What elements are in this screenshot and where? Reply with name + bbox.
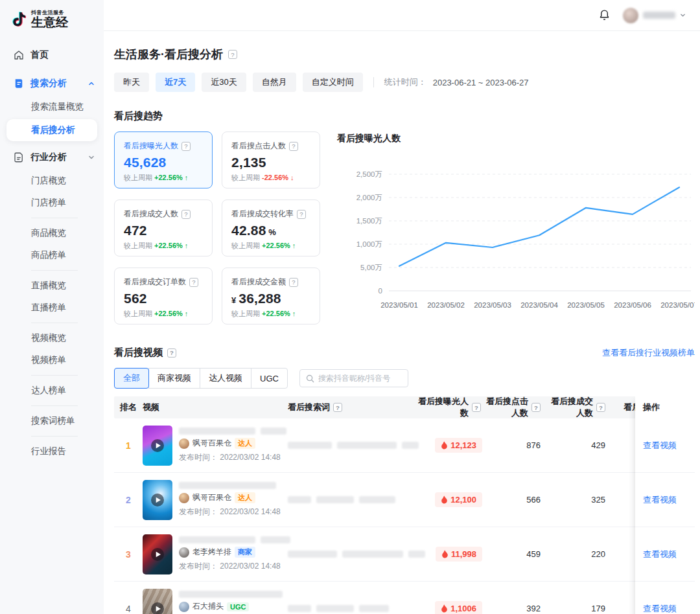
author-name: 飒哥百果仓	[192, 438, 231, 449]
sidebar-divider	[31, 405, 78, 406]
value-number: 42.88	[231, 223, 266, 238]
view-video-link[interactable]: 查看视频	[643, 549, 677, 560]
video-filter-商家视频[interactable]: 商家视频	[148, 368, 200, 389]
column-header-content: 看后搜点击人数?	[485, 396, 541, 419]
help-icon[interactable]: ?	[181, 210, 191, 219]
rank-cell: 4	[114, 603, 143, 614]
redacted-text	[316, 496, 354, 503]
user-menu[interactable]	[623, 8, 686, 23]
redacted-text	[179, 536, 255, 543]
help-icon[interactable]: ?	[167, 348, 176, 358]
search-box[interactable]	[299, 369, 408, 387]
help-icon[interactable]: ?	[289, 278, 298, 287]
column-header-1: 视频	[143, 402, 288, 413]
metric-card-value: 42.88 %	[231, 223, 310, 238]
date-tab-自然月[interactable]: 自然月	[253, 73, 296, 92]
video-thumbnail[interactable]	[143, 480, 172, 520]
column-header-content: 看后搜成交人数?	[550, 396, 605, 419]
sidebar-item-search-word-ranking[interactable]: 搜索词榜单	[0, 410, 104, 432]
video-thumbnail[interactable]	[143, 426, 172, 466]
view-video-link[interactable]: 查看视频	[643, 440, 677, 451]
help-icon[interactable]: ?	[228, 50, 237, 59]
video-filter-全部[interactable]: 全部	[114, 368, 149, 389]
flame-icon	[441, 604, 448, 613]
date-tab-近30天[interactable]: 近30天	[202, 73, 246, 92]
sidebar-nav: 首页搜索分析搜索流量概览看后搜分析行业分析门店概览门店榜单商品概览商品榜单直播概…	[0, 43, 104, 462]
exposure-value: 11,998	[451, 549, 476, 559]
sidebar-item-home[interactable]: 首页	[0, 43, 104, 67]
metric-card-2[interactable]: 看后搜点击人数?2,135较上周期 -22.56% ↓	[222, 131, 320, 188]
bell-icon[interactable]	[598, 8, 611, 22]
metric-card-3[interactable]: 看后搜成交人数?472较上周期 +22.56% ↑	[114, 199, 213, 256]
video-filter-达人视频[interactable]: 达人视频	[200, 368, 251, 389]
help-icon[interactable]: ?	[189, 278, 198, 287]
date-tab-近7天[interactable]: 近7天	[156, 73, 195, 92]
chevron-down-icon	[88, 154, 95, 161]
column-header-label: 视频	[143, 402, 159, 413]
change-value: +22.56% ↑	[154, 242, 188, 249]
redacted-text	[342, 551, 403, 558]
metric-card-value: ¥ 36,288	[231, 291, 310, 306]
metric-label-text: 看后搜点击人数	[231, 141, 286, 152]
video-thumbnail[interactable]	[143, 534, 172, 574]
page-title: 生活服务·看后搜分析	[114, 47, 223, 62]
date-tab-昨天[interactable]: 昨天	[114, 73, 149, 92]
sidebar-item-product-ranking[interactable]: 商品榜单	[0, 244, 104, 266]
redacted-text	[288, 496, 311, 503]
sidebar-item-store-ranking[interactable]: 门店榜单	[0, 192, 104, 214]
metric-card-change: 较上周期 +22.56% ↑	[124, 309, 203, 319]
help-icon[interactable]: ?	[181, 142, 191, 151]
help-icon[interactable]: ?	[472, 403, 481, 412]
sidebar-item-live-ranking[interactable]: 直播榜单	[0, 297, 104, 319]
home-icon	[13, 49, 25, 61]
metric-card-1[interactable]: 看后搜曝光人数?45,628较上周期 +22.56% ↑	[114, 131, 213, 188]
view-video-link[interactable]: 查看视频	[643, 603, 677, 614]
video-thumbnail[interactable]	[143, 589, 172, 614]
sidebar-item-search-analysis[interactable]: 搜索分析	[0, 71, 104, 96]
sidebar: 抖音生活服务 生意经 首页搜索分析搜索流量概览看后搜分析行业分析门店概览门店榜单…	[0, 0, 104, 614]
sidebar-item-talent-ranking[interactable]: 达人榜单	[0, 380, 104, 402]
date-tab-自定义时间[interactable]: 自定义时间	[303, 73, 363, 92]
rank-cell: 3	[114, 549, 143, 560]
view-video-link[interactable]: 查看视频	[643, 494, 677, 506]
exposure-pill: 11,998	[436, 547, 482, 562]
sidebar-item-video-overview[interactable]: 视频概览	[0, 327, 104, 349]
industry-video-ranking-link[interactable]: 查看看后搜行业视频榜单	[602, 347, 695, 359]
sidebar-item-video-ranking[interactable]: 视频榜单	[0, 349, 104, 371]
help-icon[interactable]: ?	[596, 403, 605, 412]
sidebar-item-post-view-search-analysis[interactable]: 看后搜分析	[6, 119, 97, 141]
compare-label: 较上周期	[124, 174, 154, 181]
rank-value: 1	[126, 440, 131, 451]
metric-card-change: 较上周期 +22.56% ↑	[231, 309, 310, 319]
change-value: +22.56% ↑	[262, 242, 296, 249]
metric-card-4[interactable]: 看后搜成交转化率?42.88 %较上周期 +22.56% ↑	[222, 199, 320, 256]
compare-label: 较上周期	[231, 242, 262, 249]
help-icon[interactable]: ?	[297, 210, 306, 219]
metric-card-6[interactable]: 看后搜成交金额?¥ 36,288较上周期 +22.56% ↑	[222, 267, 320, 324]
sidebar-item-store-overview[interactable]: 门店概览	[0, 170, 104, 192]
value-number: 472	[124, 223, 147, 238]
redacted-text	[288, 442, 332, 449]
clicks-cell: 876	[485, 440, 550, 450]
metric-card-5[interactable]: 看后搜成交订单数?562较上周期 +22.56% ↑	[114, 267, 213, 324]
video-filter-UGC[interactable]: UGC	[251, 368, 288, 389]
sidebar-item-live-overview[interactable]: 直播概览	[0, 275, 104, 297]
action-cell: 查看视频	[635, 527, 695, 582]
trend-chart: 看后搜曝光人数 05,00万1,000万1,500万2,000万2,500万20…	[337, 131, 695, 327]
help-icon[interactable]: ?	[333, 403, 342, 412]
author-badge: 达人	[235, 438, 255, 449]
rank-cell: 2	[114, 494, 143, 506]
exposure-cell: 12,123	[412, 438, 485, 453]
column-header-content: 看后搜索词?	[288, 402, 342, 413]
help-icon[interactable]: ?	[531, 403, 541, 412]
sidebar-item-product-overview[interactable]: 商品概览	[0, 222, 104, 244]
help-icon[interactable]: ?	[289, 142, 298, 151]
rank-value: 3	[126, 549, 131, 560]
search-input[interactable]	[318, 374, 402, 383]
sidebar-item-search-traffic-overview[interactable]: 搜索流量概览	[0, 96, 104, 118]
sidebar-divider	[31, 323, 78, 323]
exposure-cell: 1,1006	[412, 601, 485, 614]
sidebar-item-industry-analysis[interactable]: 行业分析	[0, 145, 104, 170]
metric-card-change: 较上周期 +22.56% ↑	[231, 241, 310, 251]
sidebar-item-industry-report[interactable]: 行业报告	[0, 440, 104, 462]
